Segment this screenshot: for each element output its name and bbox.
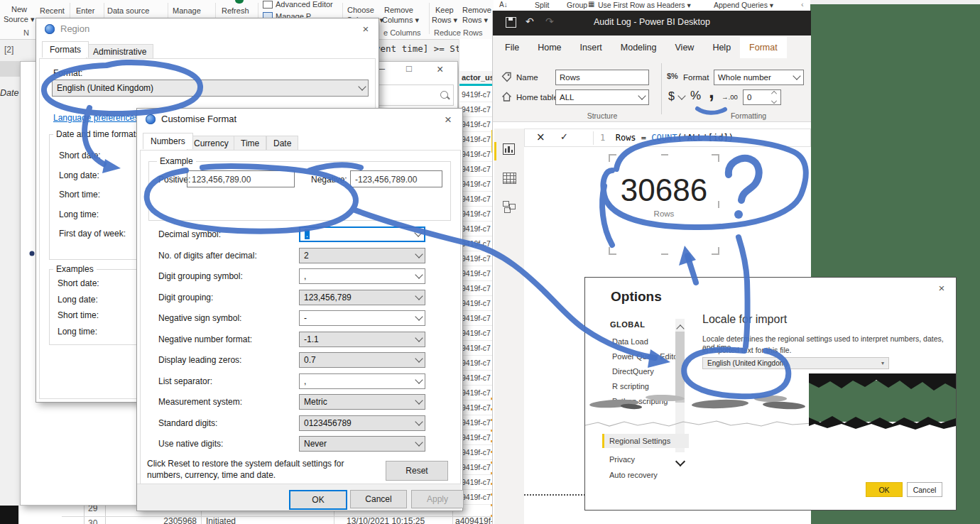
- home-table-select[interactable]: ALL: [555, 89, 649, 105]
- cf-setting-select[interactable]: Never: [299, 436, 425, 452]
- guid-cell[interactable]: 9419f-c7: [459, 207, 494, 222]
- resize-handle[interactable]: [661, 154, 668, 155]
- tab-home[interactable]: Home: [528, 37, 570, 58]
- maximize-icon[interactable]: □: [406, 63, 412, 74]
- cf-setting-select[interactable]: ,: [299, 268, 425, 284]
- remove-rows-button[interactable]: Remove: [462, 6, 491, 14]
- region-close-icon[interactable]: ×: [359, 23, 373, 35]
- cf-setting-select[interactable]: -1.1: [299, 332, 425, 347]
- privacy-item[interactable]: Privacy: [609, 455, 635, 464]
- ok-button[interactable]: OK: [289, 490, 347, 510]
- tab-modeling[interactable]: Modeling: [611, 37, 666, 58]
- formula-cancel-icon[interactable]: ×: [536, 131, 545, 143]
- dax-formula[interactable]: 1 Rows = COUNT('ALL'[id]): [600, 133, 734, 143]
- guid-cell[interactable]: 9419f-c7: [459, 192, 494, 207]
- cf-tab-numbers[interactable]: Numbers: [143, 133, 193, 149]
- tab-format[interactable]: Format: [740, 37, 787, 58]
- group-by-button[interactable]: Group: [567, 1, 587, 9]
- cf-setting-select[interactable]: -: [299, 310, 425, 326]
- guid-cell[interactable]: 9419f-c7: [459, 341, 494, 356]
- first-row-headers-button[interactable]: Use First Row as Headers ▾: [598, 1, 691, 9]
- guid-cell[interactable]: 9419f-c7: [459, 490, 494, 505]
- currency-icon[interactable]: $: [668, 90, 675, 103]
- selected-step-band[interactable]: [0, 61, 20, 77]
- resize-handle[interactable]: [661, 253, 668, 255]
- cf-setting-select[interactable]: ,: [299, 373, 425, 389]
- guid-cell[interactable]: 9419f-c7: [459, 386, 494, 400]
- split-column-button[interactable]: Split: [535, 1, 549, 9]
- remove-rows-label[interactable]: Rows ▾: [462, 16, 488, 25]
- advanced-editor-button[interactable]: Advanced Editor: [276, 0, 333, 9]
- enter-data-button[interactable]: Enter: [76, 6, 94, 15]
- auto-recovery-item[interactable]: Auto recovery: [609, 471, 658, 479]
- cf-close-icon[interactable]: ×: [441, 113, 455, 127]
- guid-cell[interactable]: 9419f-c7: [459, 222, 494, 236]
- options-scrollbar[interactable]: [675, 319, 685, 452]
- guid-cell[interactable]: 9419f-c7: [459, 162, 494, 177]
- guid-cell[interactable]: 9419f-c7: [459, 87, 494, 102]
- cf-setting-select[interactable]: 123,456,789: [299, 290, 425, 305]
- guid-column-header[interactable]: actor_us: [459, 71, 496, 84]
- guid-cell[interactable]: 9419f-c7: [459, 117, 494, 132]
- keep-rows-label[interactable]: Rows ▾: [432, 16, 457, 25]
- cf-negative-field[interactable]: -123,456,789.00: [350, 170, 442, 187]
- guid-cell[interactable]: 9419f-c7: [459, 281, 494, 296]
- cf-tab-date[interactable]: Date: [266, 136, 298, 150]
- region-tab-formats[interactable]: Formats: [42, 41, 89, 58]
- remove-columns-button[interactable]: Remove: [384, 6, 413, 14]
- regional-settings-item[interactable]: Regional Settings: [602, 434, 689, 448]
- cf-setting-select[interactable]: Metric: [299, 394, 425, 410]
- tab-file[interactable]: File: [496, 37, 528, 58]
- region-tab-administrative[interactable]: Administrative: [86, 44, 153, 58]
- cf-positive-field[interactable]: 123,456,789.00: [187, 170, 295, 187]
- currency-chevron-icon[interactable]: [677, 92, 685, 99]
- thousands-separator-icon[interactable]: ,: [709, 80, 714, 103]
- guid-cell[interactable]: 9419f-c7: [459, 415, 494, 430]
- percent-icon[interactable]: %: [690, 89, 701, 103]
- scrollbar-thumb[interactable]: [675, 332, 685, 403]
- guid-cell[interactable]: 9419f-c7: [459, 296, 494, 311]
- cf-setting-select[interactable]: 0.7: [299, 352, 425, 368]
- new-source-button[interactable]: New: [11, 5, 27, 13]
- cf-tab-currency[interactable]: Currency: [187, 136, 236, 150]
- data-source-button[interactable]: Data source: [107, 6, 149, 15]
- region-format-select[interactable]: English (United Kingdom): [52, 80, 369, 97]
- resize-handle[interactable]: [718, 201, 719, 208]
- resize-handle[interactable]: [609, 201, 610, 208]
- guid-cell[interactable]: 9419f-c7: [459, 326, 494, 341]
- guid-cell[interactable]: 9419f-c7: [459, 266, 494, 281]
- cf-tab-time[interactable]: Time: [234, 136, 266, 150]
- cf-setting-select[interactable]: 2: [299, 248, 425, 263]
- reset-button[interactable]: Reset: [386, 461, 448, 481]
- options-nav-item[interactable]: Data Load: [612, 334, 680, 349]
- model-view-icon[interactable]: [503, 201, 516, 212]
- guid-cell[interactable]: 9419f-c7: [459, 177, 494, 192]
- options-nav-item[interactable]: DirectQuery: [612, 364, 680, 379]
- cf-setting-select[interactable]: 0123456789: [299, 415, 425, 431]
- choose-columns-button[interactable]: Choose: [347, 6, 374, 14]
- options-nav-item[interactable]: Power Query Editor: [612, 349, 680, 364]
- guid-cell[interactable]: 9419f-c7: [459, 311, 494, 326]
- guid-cell[interactable]: 9419f-c7: [459, 460, 494, 475]
- columns-label-2[interactable]: Columns ▾: [382, 16, 419, 25]
- options-cancel-button[interactable]: Cancel: [907, 482, 942, 497]
- report-view-icon[interactable]: [503, 143, 515, 155]
- collapse-chevron-icon[interactable]: ‹: [801, 0, 804, 9]
- scroll-down-icon[interactable]: [675, 457, 685, 466]
- formula-commit-icon[interactable]: ✓: [560, 131, 568, 142]
- guid-cell[interactable]: 9419f-c7: [459, 371, 494, 386]
- guid-cell[interactable]: 9419f-c7: [459, 356, 494, 371]
- cancel-button[interactable]: Cancel: [350, 490, 407, 508]
- guid-cell[interactable]: 9419f-c7: [459, 430, 494, 445]
- cf-setting-select[interactable]: .: [299, 226, 425, 242]
- manage-button[interactable]: Manage: [173, 6, 201, 15]
- guid-cell[interactable]: 9419f-c7: [459, 445, 494, 460]
- new-source-label[interactable]: Source ▾: [4, 15, 34, 24]
- guid-cell[interactable]: 9419f-c7: [459, 147, 494, 162]
- tab-insert[interactable]: Insert: [571, 37, 611, 58]
- sort-icon[interactable]: A↓: [499, 1, 508, 9]
- language-preferences-link[interactable]: Language preferences: [53, 113, 138, 123]
- guid-cell[interactable]: 9419f-c7: [459, 475, 494, 490]
- options-close-icon[interactable]: ×: [935, 282, 949, 294]
- close-icon[interactable]: ×: [437, 63, 443, 76]
